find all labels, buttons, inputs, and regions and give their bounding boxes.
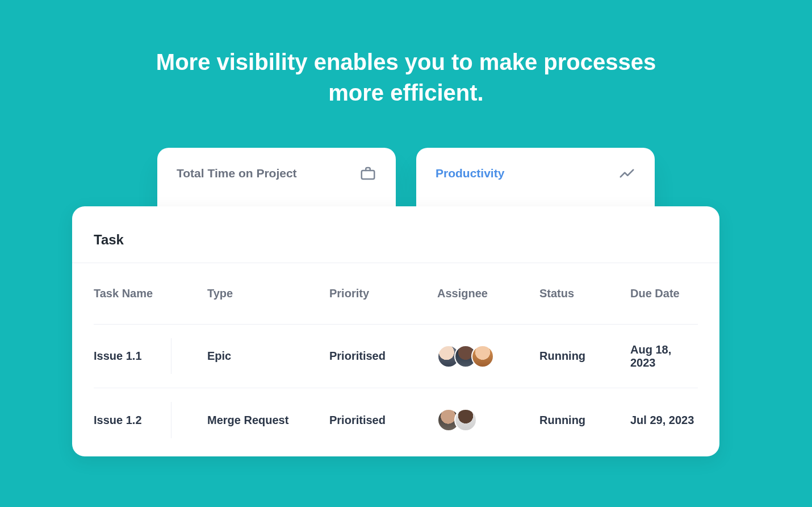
cell-task-name: Issue 1.2: [94, 414, 207, 427]
cell-assignee: [437, 345, 539, 368]
col-task-name: Task Name: [94, 287, 207, 300]
svg-rect-0: [362, 171, 375, 179]
cell-task-name: Issue 1.1: [94, 350, 207, 363]
task-table: Task Name Type Priority Assignee Status …: [72, 263, 719, 452]
cell-due-date: Jul 29, 2023: [630, 414, 698, 427]
cell-type: Merge Request: [207, 414, 329, 427]
cell-due-date: Aug 18, 2023: [630, 343, 698, 369]
panel-title: Task: [94, 232, 124, 248]
col-priority: Priority: [329, 287, 437, 300]
col-type: Type: [207, 287, 329, 300]
avatar: [454, 409, 477, 431]
productivity-label: Productivity: [436, 167, 504, 180]
page-headline: More visibility enables you to make proc…: [150, 47, 662, 108]
table-row[interactable]: Issue 1.2 Merge Request Prioritised Runn…: [94, 388, 698, 452]
cell-assignee: [437, 409, 539, 431]
col-due-date: Due Date: [630, 287, 698, 300]
cell-type: Epic: [207, 350, 329, 363]
cell-priority: Prioritised: [329, 350, 437, 363]
trend-icon: [618, 165, 635, 182]
table-row[interactable]: Issue 1.1 Epic Prioritised Running Aug 1…: [94, 325, 698, 388]
avatar: [471, 345, 494, 368]
briefcase-icon: [359, 165, 376, 182]
table-header: Task Name Type Priority Assignee Status …: [94, 263, 698, 325]
cell-status: Running: [539, 350, 630, 363]
total-time-label: Total Time on Project: [177, 167, 297, 180]
col-status: Status: [539, 287, 630, 300]
cell-priority: Prioritised: [329, 414, 437, 427]
cell-status: Running: [539, 414, 630, 427]
col-assignee: Assignee: [437, 287, 539, 300]
task-panel: Task Task Name Type Priority Assignee St…: [72, 206, 719, 456]
